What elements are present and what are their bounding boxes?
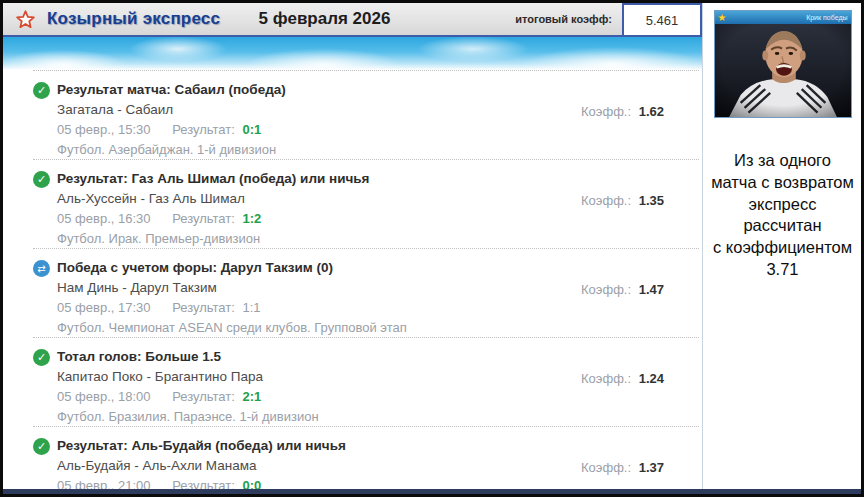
bet-title: Победа с учетом форы: Дарул Такзим (0) <box>57 259 572 277</box>
result-label: Результат: <box>172 300 235 315</box>
coeff-label: Коэфф.: <box>581 104 631 119</box>
bet-match-teams: Нам Динь - Дарул Такзим <box>57 278 572 297</box>
bet-slip-panel: Козырный экспресс 5 февраля 2026 итоговы… <box>3 3 703 489</box>
bet-item[interactable]: ✓ Результат: Газ Аль Шимал (победа) или … <box>3 159 702 248</box>
trump-star-icon <box>15 9 36 30</box>
bet-league: Футбол. Бразилия. Параэнсе. 1-й дивизион <box>57 407 572 426</box>
photo-caption: Крик победы <box>806 14 847 21</box>
win-check-icon: ✓ <box>33 171 50 188</box>
bottom-bar <box>3 489 861 494</box>
sky-banner <box>3 37 702 70</box>
bet-datetime: 05 февр., 16:30 <box>57 211 151 226</box>
footballer-scream-photo <box>715 24 851 118</box>
bet-item[interactable]: ✓ Тотал голов: Больше 1.5 Капитао Поко -… <box>3 337 702 426</box>
bet-meta-line: 05 февр., 18:00 Результат: 2:1 <box>57 387 572 406</box>
total-coeff-value: 5.461 <box>622 3 702 37</box>
total-coeff-group: итоговый коэфф: 5.461 <box>515 3 702 35</box>
photo-title-bar: ★ Крик победы <box>715 11 851 24</box>
bet-item[interactable]: ⇄ Победа с учетом форы: Дарул Такзим (0)… <box>3 248 702 337</box>
bet-meta-line: 05 февр., 16:30 Результат: 1:2 <box>57 209 572 228</box>
bet-league: Футбол. Ирак. Премьер-дивизион <box>57 229 572 248</box>
bet-match-teams: Аль-Будайя - Аль-Ахли Манама <box>57 456 572 475</box>
bet-match-teams: Аль-Хуссейн - Газ Аль Шимал <box>57 189 572 208</box>
bet-coeff: Коэфф.: 1.37 <box>581 460 664 475</box>
bet-meta-line: 05 февр., 17:30 Результат: 1:1 <box>57 298 572 317</box>
ticket-date: 5 февраля 2026 <box>259 9 391 29</box>
express-note-text: Из за одного матча с возвратом экспресс … <box>705 150 861 281</box>
bet-title: Результат: Газ Аль Шимал (победа) или ни… <box>57 170 572 188</box>
bet-match-teams: Загатала - Сабаил <box>57 100 572 119</box>
coeff-label: Коэфф.: <box>581 282 631 297</box>
bet-coeff: Коэфф.: 1.62 <box>581 104 664 119</box>
page-title: Козырный экспресс <box>47 9 220 29</box>
bet-result-score: 0:1 <box>243 122 262 137</box>
total-coeff-label: итоговый коэфф: <box>515 13 612 25</box>
bet-coeff-value: 1.37 <box>639 460 664 475</box>
bet-item[interactable]: ✓ Результат: Аль-Будайя (победа) или нич… <box>3 426 702 497</box>
bet-league: Футбол. Чемпионат ASEAN среди клубов. Гр… <box>57 318 572 337</box>
bet-result-score: 1:2 <box>243 211 262 226</box>
bet-coeff-value: 1.35 <box>639 193 664 208</box>
win-check-icon: ✓ <box>33 438 50 455</box>
bet-coeff: Коэфф.: 1.35 <box>581 193 664 208</box>
bet-datetime: 05 февр., 18:00 <box>57 389 151 404</box>
bet-meta-line: 05 февр., 15:30 Результат: 0:1 <box>57 120 572 139</box>
coeff-label: Коэфф.: <box>581 460 631 475</box>
bet-league: Футбол. Азербайджан. 1-й дивизион <box>57 140 572 159</box>
coeff-label: Коэфф.: <box>581 371 631 386</box>
refund-icon: ⇄ <box>33 260 50 277</box>
bet-result-score: 1:1 <box>243 300 261 315</box>
bet-title: Тотал голов: Больше 1.5 <box>57 348 572 366</box>
bet-result-score: 2:1 <box>243 389 262 404</box>
express-ticket-window: Козырный экспресс 5 февраля 2026 итоговы… <box>0 0 864 497</box>
player-photo-card: ★ Крик победы <box>714 10 852 118</box>
bet-coeff-value: 1.47 <box>639 282 664 297</box>
result-label: Результат: <box>172 389 235 404</box>
bet-title: Результат: Аль-Будайя (победа) или ничья <box>57 437 572 455</box>
win-check-icon: ✓ <box>33 82 50 99</box>
bet-datetime: 05 февр., 15:30 <box>57 122 151 137</box>
bet-item[interactable]: ✓ Результат матча: Сабаил (победа) Загат… <box>3 70 702 159</box>
bet-coeff: Коэфф.: 1.24 <box>581 371 664 386</box>
bet-coeff-value: 1.24 <box>639 371 664 386</box>
win-check-icon: ✓ <box>33 349 50 366</box>
result-label: Результат: <box>172 122 235 137</box>
sidebar: ★ Крик победы <box>704 3 861 489</box>
bet-title: Результат матча: Сабаил (победа) <box>57 81 572 99</box>
bet-match-teams: Капитао Поко - Брагантино Пара <box>57 367 572 386</box>
coeff-label: Коэфф.: <box>581 193 631 208</box>
bet-list: ✓ Результат матча: Сабаил (победа) Загат… <box>3 70 702 487</box>
ticket-header: Козырный экспресс 5 февраля 2026 итоговы… <box>3 3 702 37</box>
result-label: Результат: <box>172 211 235 226</box>
bet-coeff-value: 1.62 <box>639 104 664 119</box>
bet-coeff: Коэфф.: 1.47 <box>581 282 664 297</box>
bet-datetime: 05 февр., 17:30 <box>57 300 151 315</box>
photo-star-icon: ★ <box>718 13 727 23</box>
